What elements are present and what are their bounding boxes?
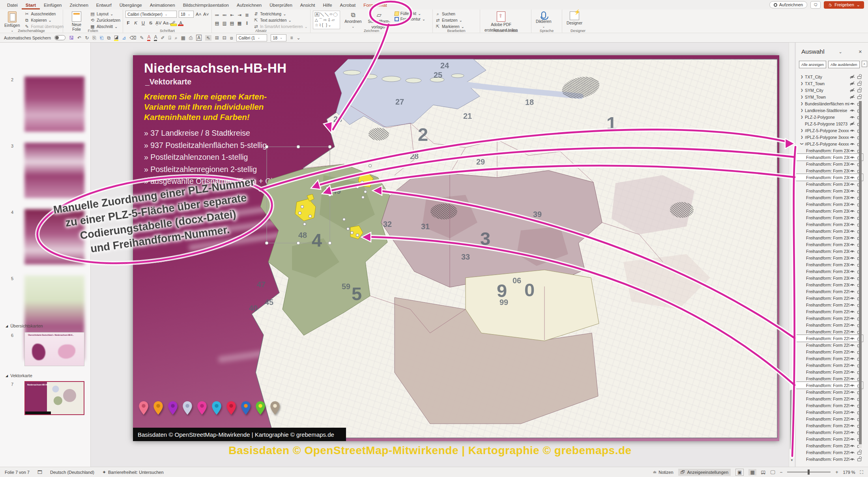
slide-thumbnail-image[interactable] xyxy=(24,209,84,264)
visibility-eye-icon[interactable] xyxy=(849,403,856,408)
visibility-eye-icon[interactable] xyxy=(849,88,856,92)
layer-name[interactable]: Freihandform: Form 22990 xyxy=(806,350,849,354)
unlock-icon[interactable] xyxy=(857,76,861,79)
layer-name[interactable]: Freihandform: Form 23012 xyxy=(806,202,849,207)
layer-name[interactable]: Freihandform: Form 23002 xyxy=(806,269,849,274)
visibility-eye-icon[interactable] xyxy=(849,410,856,414)
layer-name[interactable]: Freihandform: Form 22982 xyxy=(806,403,849,408)
layer-row[interactable]: Freihandform: Form 23003 xyxy=(796,261,863,268)
layer-row[interactable]: Freihandform: Form 22997 xyxy=(796,301,863,308)
visibility-eye-icon[interactable] xyxy=(849,282,856,287)
layer-row[interactable]: Freihandform: Form 23018 xyxy=(796,161,863,167)
layer-name[interactable]: Freihandform: Form 22997 xyxy=(806,303,849,307)
layer-name[interactable]: Freihandform: Form 22983 xyxy=(806,397,849,401)
visibility-eye-icon[interactable] xyxy=(849,417,856,421)
grow-font-button[interactable]: A˄ xyxy=(196,12,201,17)
text-direction-button[interactable]: ⇵Textrichtung ⌄ xyxy=(253,11,308,17)
zoom-level[interactable]: 179 % xyxy=(843,470,855,475)
layer-row[interactable]: Freihandform: Form 22979 xyxy=(796,422,863,429)
layer-name[interactable]: #PLZ-5-Polygone 3xxxx xyxy=(805,135,849,140)
layer-row[interactable]: Freihandform: Form 23011 xyxy=(796,208,863,214)
layer-name[interactable]: Freihandform: Form 23005 xyxy=(806,249,849,254)
layer-row[interactable]: Freihandform: Form 22986 xyxy=(796,375,863,382)
unlock-icon[interactable] xyxy=(857,96,861,99)
expand-chevron-icon[interactable] xyxy=(801,82,805,85)
strikethrough-button[interactable]: S xyxy=(148,21,153,25)
menu-tab[interactable]: Übergänge xyxy=(116,1,146,9)
layer-name[interactable]: Freihandform: Form 22985 xyxy=(806,383,849,388)
layer-row[interactable]: Freihandform: Form 22982 xyxy=(796,402,863,409)
menu-tab[interactable]: Aufzeichnen xyxy=(233,1,266,9)
layer-name[interactable]: Landkreise-Stadtkreise xyxy=(805,108,849,113)
layer-name[interactable]: Freihandform: Form 23010 xyxy=(806,215,849,220)
visibility-eye-icon[interactable] xyxy=(849,81,856,86)
highlight-icon[interactable]: ◪ xyxy=(114,34,118,41)
menu-tab[interactable]: Bildschirmpräsentation xyxy=(179,1,233,9)
unlock-icon[interactable] xyxy=(857,90,861,92)
menu-tab[interactable]: Acrobat xyxy=(336,1,360,9)
layer-name[interactable]: Freihandform: Form 22998 xyxy=(806,296,849,301)
visibility-eye-icon[interactable] xyxy=(849,148,856,153)
visibility-eye-icon[interactable] xyxy=(849,423,856,428)
layer-row[interactable]: Freihandform: Form 22995 xyxy=(796,315,863,322)
layer-name[interactable]: Freihandform: Form 22986 xyxy=(806,376,849,381)
layer-row[interactable]: PLZ-2-Polygone xyxy=(796,114,863,120)
normal-view-icon[interactable]: ▣ xyxy=(735,469,744,476)
reset-button[interactable]: ⟲Zurücksetzen xyxy=(90,18,120,23)
visibility-eye-icon[interactable] xyxy=(849,323,856,327)
record-button[interactable]: Aufzeichnen xyxy=(769,1,808,8)
layer-row[interactable]: Freihandform: Form 22977 xyxy=(796,436,863,442)
layer-name[interactable]: Freihandform: Form 22999 xyxy=(806,289,849,294)
layer-name[interactable]: Freihandform: Form 22976 xyxy=(806,443,849,448)
menu-tab[interactable]: Entwurf xyxy=(92,1,116,9)
layer-name[interactable]: Freihandform: Form 22987 xyxy=(806,370,849,374)
layer-name[interactable]: Freihandform: Form 23014 xyxy=(806,189,849,193)
textbox-icon[interactable]: 🄰 xyxy=(196,35,201,41)
change-case-button[interactable]: Aa⌄ xyxy=(163,20,168,26)
scroll-down-icon[interactable]: ▼ xyxy=(790,458,793,462)
layer-row[interactable]: Freihandform: Form 23005 xyxy=(796,248,863,254)
visibility-eye-icon[interactable] xyxy=(849,316,856,320)
layer-row[interactable]: Freihandform: Form 23006 xyxy=(796,241,863,248)
zoom-in-icon[interactable]: + xyxy=(835,470,838,475)
fill-color-icon[interactable]: A xyxy=(154,34,157,41)
layer-row[interactable]: Freihandform: Form 23019 xyxy=(796,154,863,161)
layer-name[interactable]: TXT_City xyxy=(805,75,849,79)
visibility-eye-icon[interactable] xyxy=(849,356,856,361)
layer-row[interactable]: Freihandform: Form 22981 xyxy=(796,409,863,415)
section-header-uebersichtskarten[interactable]: ◢Übersichtskarten xyxy=(6,324,43,328)
layer-row[interactable]: SYM_Town xyxy=(796,94,863,100)
layer-row[interactable]: Freihandform: Form 22989 xyxy=(796,355,863,362)
layer-row[interactable]: Freihandform: Form 23008 xyxy=(796,228,863,234)
doc-icon[interactable]: ⎙ xyxy=(189,35,193,41)
duplicate-icon[interactable]: ⧉ xyxy=(107,35,110,41)
eraser-icon[interactable]: ⌫ xyxy=(129,35,136,41)
visibility-eye-icon[interactable] xyxy=(849,182,856,186)
expand-chevron-icon[interactable] xyxy=(801,129,805,132)
layer-name[interactable]: Freihandform: Form 23001 xyxy=(806,276,849,281)
grid-icon[interactable]: ▦ xyxy=(181,35,185,41)
expand-chevron-icon[interactable] xyxy=(801,135,805,139)
layer-row[interactable]: Freihandform: Form 22994 xyxy=(796,322,863,328)
layer-row[interactable]: Freihandform: Form 22975 xyxy=(796,449,863,456)
table-icon[interactable]: ⊞ xyxy=(215,35,219,41)
visibility-eye-icon[interactable] xyxy=(849,350,856,354)
reading-view-icon[interactable]: 🕮 xyxy=(761,470,766,475)
visibility-eye-icon[interactable] xyxy=(849,249,856,253)
zoom-slider-knob[interactable] xyxy=(808,470,810,475)
font-name-combo[interactable]: Calibri (Textkörper)⌄ xyxy=(125,11,177,18)
layer-name[interactable]: Freihandform: Form 22993 xyxy=(806,329,849,334)
layer-name[interactable]: Freihandform: Form 22980 xyxy=(806,417,849,421)
chevron-down-icon[interactable]: ⌄ xyxy=(837,49,844,54)
layer-name[interactable]: Bundesländerflächen mit H... xyxy=(805,101,849,106)
layer-row[interactable]: Freihandform: Form 23016 xyxy=(796,174,863,181)
layer-row[interactable]: Freihandform: Form 22985 xyxy=(796,382,863,389)
layer-name[interactable]: Freihandform: Form 23020 xyxy=(806,148,849,153)
layer-row[interactable]: Freihandform: Form 22990 xyxy=(796,348,863,355)
replace-button[interactable]: ⇄Ersetzen ⌄ xyxy=(435,18,464,23)
visibility-eye-icon[interactable] xyxy=(849,383,856,387)
layer-row[interactable]: Freihandform: Form 23000 xyxy=(796,281,863,288)
copy-button[interactable]: ⧉Kopieren ⌄ xyxy=(24,18,64,23)
expand-chevron-icon[interactable] xyxy=(801,95,805,99)
visibility-eye-icon[interactable] xyxy=(849,329,856,334)
